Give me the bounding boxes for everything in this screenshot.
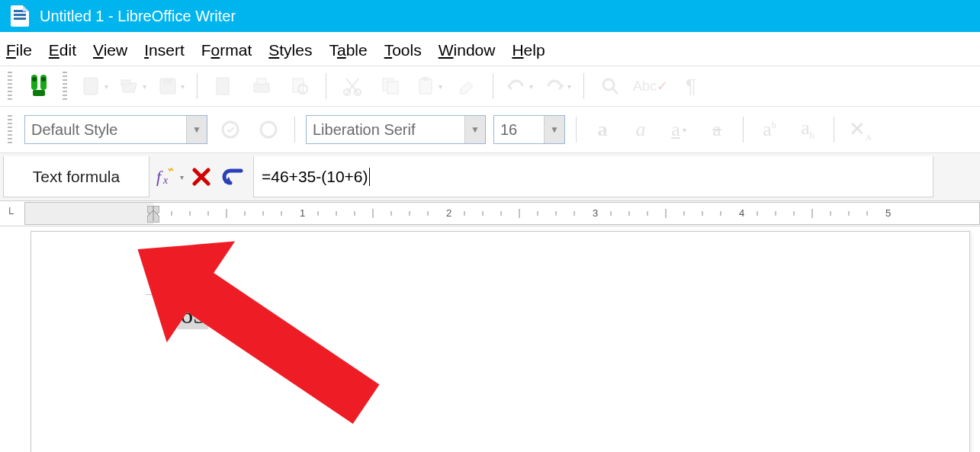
window-title: Untitled 1 - LibreOffice Writer bbox=[40, 8, 236, 25]
font-name-value: Liberation Serif bbox=[313, 121, 416, 139]
formatting-marks-button[interactable]: ¶ bbox=[676, 71, 706, 101]
formula-function-button[interactable]: f x bbox=[154, 162, 185, 192]
formula-apply-button[interactable] bbox=[218, 162, 249, 192]
chevron-down-icon: ▼ bbox=[464, 116, 485, 143]
new-style-button[interactable] bbox=[253, 114, 284, 145]
svg-point-22 bbox=[223, 122, 238, 137]
menu-window[interactable]: Window bbox=[439, 41, 496, 59]
subscript-button[interactable]: ab bbox=[792, 114, 823, 145]
paragraph-style-combo[interactable]: Default Style ▼ bbox=[24, 115, 207, 144]
cut-button[interactable] bbox=[337, 71, 368, 101]
ruler-row: └ 1 2 3 4 5 bbox=[0, 201, 980, 226]
menu-file[interactable]: File bbox=[6, 41, 32, 59]
text-cursor bbox=[369, 168, 370, 186]
formula-bar: Text formula f x =46+35-(10+6) bbox=[0, 153, 980, 201]
margin-guide bbox=[146, 294, 182, 295]
copy-button[interactable] bbox=[375, 71, 406, 101]
menu-help[interactable]: Help bbox=[512, 41, 545, 59]
toolbar-separator bbox=[294, 117, 295, 143]
toolbar-separator bbox=[834, 117, 834, 143]
font-name-combo[interactable]: Liberation Serif ▼ bbox=[306, 115, 486, 144]
export-pdf-button[interactable] bbox=[208, 71, 239, 101]
formula-result-field[interactable]: 65 bbox=[178, 300, 208, 329]
svg-rect-19 bbox=[423, 77, 429, 81]
menu-bar: File Edit View Insert Format Styles Tabl… bbox=[0, 32, 980, 66]
update-style-button[interactable] bbox=[215, 114, 246, 145]
undo-button[interactable] bbox=[504, 71, 535, 101]
italic-button[interactable]: a bbox=[625, 114, 656, 145]
font-size-value: 16 bbox=[500, 121, 517, 139]
toolbar-separator bbox=[583, 73, 584, 99]
svg-text:x: x bbox=[162, 175, 169, 186]
print-preview-button[interactable] bbox=[284, 71, 315, 101]
toolbar-separator bbox=[326, 73, 326, 99]
svg-rect-6 bbox=[121, 80, 130, 85]
menu-insert[interactable]: Insert bbox=[144, 41, 185, 59]
menu-table[interactable]: Table bbox=[329, 41, 367, 59]
formula-cancel-button[interactable] bbox=[186, 162, 217, 192]
toolbar-separator bbox=[197, 73, 198, 99]
menu-styles[interactable]: Styles bbox=[268, 41, 312, 59]
toolbar-separator bbox=[743, 117, 744, 143]
redo-button[interactable] bbox=[542, 71, 573, 101]
toolbar-grip[interactable] bbox=[8, 115, 12, 144]
formatting-toolbar: Default Style ▼ Liberation Serif ▼ 16 ▼ … bbox=[0, 107, 980, 153]
toolbar-separator bbox=[493, 73, 493, 99]
svg-line-21 bbox=[612, 88, 618, 94]
tab-align-indicator[interactable]: └ bbox=[6, 207, 24, 220]
menu-tools[interactable]: Tools bbox=[384, 41, 422, 59]
new-document-button[interactable] bbox=[79, 71, 110, 101]
strikethrough-button[interactable]: a bbox=[702, 114, 732, 145]
svg-point-23 bbox=[261, 122, 276, 137]
formula-label: Text formula bbox=[3, 156, 149, 197]
standard-toolbar: Abc✓ ¶ bbox=[0, 66, 980, 107]
clear-formatting-button[interactable]: ✕A bbox=[845, 114, 876, 145]
spellcheck-button[interactable]: Abc✓ bbox=[633, 71, 668, 101]
bold-button[interactable]: a bbox=[587, 114, 618, 145]
svg-point-20 bbox=[603, 79, 614, 90]
toolbar-grip[interactable] bbox=[8, 72, 12, 101]
margin-guide bbox=[178, 268, 178, 300]
document-area[interactable]: 65 bbox=[0, 226, 980, 452]
save-button[interactable] bbox=[156, 71, 186, 101]
paragraph-style-value: Default Style bbox=[31, 121, 117, 139]
toolbar-separator bbox=[576, 117, 577, 143]
svg-text:f: f bbox=[156, 167, 163, 186]
superscript-button[interactable]: ab bbox=[754, 114, 785, 145]
chevron-down-icon: ▼ bbox=[186, 116, 207, 143]
svg-rect-2 bbox=[33, 90, 45, 96]
underline-button[interactable]: a bbox=[664, 114, 694, 145]
svg-rect-8 bbox=[163, 79, 172, 85]
chevron-down-icon: ▼ bbox=[544, 116, 564, 143]
open-button[interactable] bbox=[117, 71, 148, 101]
svg-point-4 bbox=[41, 77, 46, 82]
menu-view[interactable]: View bbox=[93, 41, 127, 59]
toolbar-grip[interactable] bbox=[63, 72, 67, 101]
menu-format[interactable]: Format bbox=[201, 41, 252, 59]
app-document-icon bbox=[11, 5, 29, 27]
svg-rect-9 bbox=[217, 78, 229, 95]
find-button[interactable] bbox=[595, 71, 625, 101]
paste-button[interactable] bbox=[413, 71, 444, 101]
print-button[interactable] bbox=[246, 71, 277, 101]
formula-input[interactable]: =46+35-(10+6) bbox=[253, 156, 933, 197]
svg-rect-11 bbox=[257, 79, 266, 85]
title-bar: Untitled 1 - LibreOffice Writer bbox=[0, 0, 980, 32]
svg-point-3 bbox=[32, 77, 37, 82]
formula-label-text: Text formula bbox=[33, 168, 120, 186]
formula-input-value: =46+35-(10+6) bbox=[262, 168, 368, 186]
menu-edit[interactable]: Edit bbox=[49, 41, 76, 59]
font-size-combo[interactable]: 16 ▼ bbox=[493, 115, 565, 144]
svg-rect-17 bbox=[387, 82, 398, 94]
document-page[interactable]: 65 bbox=[31, 231, 970, 452]
svg-rect-5 bbox=[84, 78, 98, 95]
clone-formatting-button[interactable] bbox=[451, 71, 482, 101]
horizontal-ruler[interactable]: 1 2 3 4 5 bbox=[24, 202, 980, 225]
find-and-replace-button[interactable] bbox=[24, 71, 55, 101]
